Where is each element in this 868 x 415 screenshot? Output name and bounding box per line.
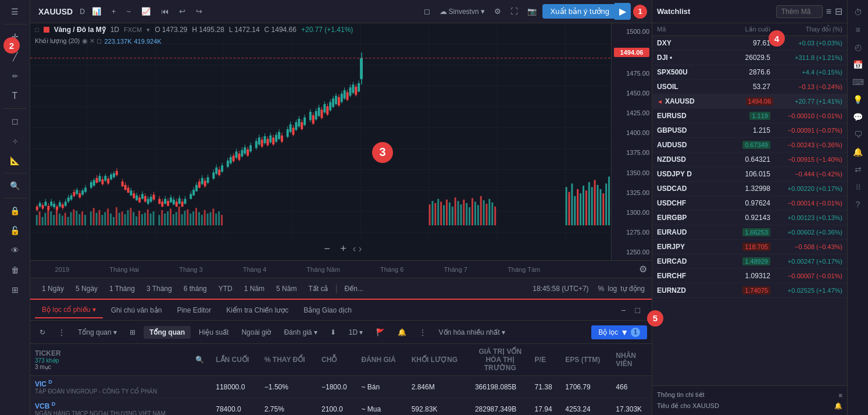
- rp-idea-icon[interactable]: 💡: [850, 92, 866, 107]
- tab-strategy[interactable]: Kiểm tra Chiến lược: [219, 303, 295, 318]
- col-ticker[interactable]: TICKER 373 khớp 3 mục: [30, 344, 191, 376]
- minimize-panel-btn[interactable]: −: [617, 304, 629, 316]
- rp-history-icon[interactable]: ◴: [852, 40, 865, 55]
- alert-btn[interactable]: 🔔: [393, 326, 411, 339]
- undo-btn[interactable]: ↩: [176, 5, 189, 18]
- watchlist-item-euraud[interactable]: EURAUD 1.66253 +0.00602 (+0.36%): [652, 225, 847, 240]
- table-row[interactable]: VCB D NGÂN HÀNG TMCP NGOẠI THƯƠNG VIỆT N…: [30, 398, 652, 416]
- performance-tab[interactable]: Hiệu suất: [194, 326, 233, 339]
- watchlist-item-audusd[interactable]: AUDUSD 0.67349 −0.00243 (−0.36%): [652, 138, 847, 152]
- watchlist-item-nzdusd[interactable]: NZDUSD 0.64321 −0.00915 (−1.40%): [652, 152, 847, 167]
- candlestick-chart[interactable]: [30, 23, 611, 260]
- watchlist-grid-btn[interactable]: ⊟: [835, 6, 842, 17]
- compare-btn[interactable]: ~: [123, 5, 134, 18]
- rp-help-icon[interactable]: ?: [853, 197, 863, 212]
- trash-tool[interactable]: 🗑: [5, 261, 26, 279]
- period-6m[interactable]: 6 tháng: [179, 283, 212, 295]
- title-link[interactable]: Tiêu đề cho XAUUSD 🔔: [657, 400, 842, 412]
- watchlist-item-eurjpy[interactable]: EURJPY 118.705 −0.508 (−0.43%): [652, 240, 847, 254]
- period-ytd[interactable]: YTD: [214, 283, 237, 295]
- filter-button[interactable]: Bộ lọc ▼ 1: [591, 325, 647, 339]
- period-all[interactable]: Tất cả: [303, 283, 333, 295]
- col-pct[interactable]: % THAY ĐỔI: [260, 344, 317, 376]
- rp-list-icon[interactable]: ≡: [852, 22, 863, 37]
- nav-left-btn[interactable]: ‹: [353, 243, 356, 255]
- detail-link[interactable]: Thông tin chi tiết ≡: [657, 389, 842, 400]
- rp-keypad-icon[interactable]: ⌨: [849, 75, 867, 90]
- watchlist-item-eurgbp[interactable]: EURGBP 0.92143 +0.00123 (+0.13%): [652, 211, 847, 225]
- grid-btn[interactable]: ⊞: [125, 326, 140, 339]
- export-btn[interactable]: ⬇: [326, 326, 341, 339]
- bar-type-btn[interactable]: 📊: [88, 5, 105, 18]
- brush-tool[interactable]: ✏: [5, 67, 26, 86]
- zoom-out-btn[interactable]: −: [320, 242, 334, 256]
- market-cap-dropdown[interactable]: Vốn hóa nhiều nhất ▾: [434, 326, 510, 339]
- search-icon[interactable]: 🔍: [195, 356, 204, 364]
- tab-trading[interactable]: Bảng Giao dịch: [297, 303, 359, 318]
- col-eps[interactable]: EPS (TTM): [560, 344, 611, 376]
- replay-btn[interactable]: ⏮: [158, 5, 172, 18]
- rectangle-btn[interactable]: ◻: [420, 5, 434, 18]
- screenshot-btn[interactable]: 📷: [524, 5, 540, 18]
- watchlist-item-dji[interactable]: DJI • 26029.5 +311.8 (+1.21%): [652, 51, 847, 65]
- add-indicator-btn[interactable]: +: [108, 5, 120, 18]
- watchlist-item-xauusd[interactable]: ◄ XAUUSD 1494.06 +20.77 (+1.41%): [652, 94, 847, 109]
- unlock-tool[interactable]: 🔓: [5, 221, 26, 240]
- measure-tool[interactable]: 📐: [5, 151, 26, 170]
- watchlist-item-eurnzd[interactable]: EURNZD 1.74075 +0.02525 (+1.47%): [652, 283, 847, 298]
- period-3m[interactable]: 3 Tháng: [142, 283, 177, 295]
- rp-calendar-icon[interactable]: 📅: [850, 57, 866, 72]
- rating-tab[interactable]: Đánh giá ▾: [279, 326, 322, 339]
- interval-dropdown[interactable]: 1D ▾: [344, 326, 368, 339]
- more-btn[interactable]: ⋮: [53, 326, 70, 339]
- publish-button[interactable]: Xuất bản ý tưởng: [542, 4, 617, 19]
- nav-right-btn[interactable]: ›: [359, 243, 362, 255]
- watchlist-item-usoil[interactable]: USOIL 53.27 −0.13 (−0.24%): [652, 80, 847, 94]
- table-row[interactable]: VIC D TẬP ĐOÀN VINGROUP - CÔNG TY CỔ PHẦ…: [30, 376, 652, 398]
- col-search[interactable]: 🔍: [191, 344, 212, 376]
- tab-screener[interactable]: Bộ lọc cổ phiếu ▾: [35, 302, 103, 318]
- period-1d[interactable]: 1 Ngày: [37, 283, 69, 295]
- period-to[interactable]: Đến...: [340, 283, 368, 295]
- watchlist-item-spx[interactable]: SPX500U 2876.6 +4.4 (+0.15%): [652, 65, 847, 80]
- crosshair-tool[interactable]: ✛: [5, 27, 26, 46]
- watchlist-item-usdchf[interactable]: USDCHF 0.97624 −0.00014 (−0.01%): [652, 196, 847, 211]
- period-1y[interactable]: 1 Năm: [240, 283, 269, 295]
- zoom-in-btn[interactable]: +: [337, 242, 351, 256]
- tab-pine[interactable]: Pine Editor: [170, 303, 218, 318]
- watchlist-item-eurcad[interactable]: EURCAD 1.48929 +0.00247 (+0.17%): [652, 254, 847, 269]
- rp-clock-icon[interactable]: ⏱: [851, 5, 865, 20]
- overview-active[interactable]: Tổng quan: [144, 326, 191, 339]
- col-last[interactable]: LẦN CUỐI: [211, 344, 260, 376]
- percent-scale[interactable]: %: [598, 285, 605, 293]
- watchlist-item-usdjpy[interactable]: USDJPY D 106.015 −0.444 (−0.42%): [652, 167, 847, 182]
- flag-btn[interactable]: 🚩: [372, 326, 390, 339]
- projection-tool[interactable]: ⊹: [5, 132, 26, 150]
- period-5y[interactable]: 5 Năm: [272, 283, 301, 295]
- play-button[interactable]: ▶: [615, 3, 631, 20]
- chart-main[interactable]: □ Vàng / Đô la Mỹ 1D FXCM ▾ O 1473.29 H …: [30, 23, 652, 260]
- chart-settings-icon[interactable]: ⚙: [639, 264, 647, 275]
- more-tools[interactable]: ⊞: [5, 281, 26, 299]
- tab-notes[interactable]: Ghi chú văn bản: [104, 303, 169, 318]
- watchlist-item-gbpusd[interactable]: GBPUSD 1.215 −0.00091 (−0.07%): [652, 123, 847, 138]
- watchlist-item-usdcad[interactable]: USDCAD 1.32998 +0.00220 (+0.17%): [652, 182, 847, 196]
- overview-dropdown[interactable]: Tổng quan ▾: [73, 326, 122, 339]
- col-mktcap[interactable]: GIÁ TRỊ VỐNHÓA THỊTRƯỜNG: [470, 344, 530, 376]
- eye-tool[interactable]: 👁: [5, 241, 26, 260]
- shape-tool[interactable]: ◻: [5, 112, 26, 130]
- period-1m[interactable]: 1 Tháng: [105, 283, 140, 295]
- after-hours-tab[interactable]: Ngoài giờ: [237, 326, 276, 339]
- watchlist-item-dxy[interactable]: DXY 97.61 +0.03 (+0.03%): [652, 36, 847, 51]
- rp-chat-icon[interactable]: 💬: [850, 109, 866, 125]
- lock-tool[interactable]: 🔒: [5, 201, 26, 220]
- indicators-btn[interactable]: 📈: [138, 5, 154, 18]
- screener-more-btn[interactable]: ⋮: [415, 326, 431, 339]
- fullscreen-btn[interactable]: ⛶: [507, 5, 521, 18]
- rp-dots-icon[interactable]: ⁝⁝: [853, 179, 863, 194]
- col-rating[interactable]: ĐÁNH GIÁ: [356, 344, 406, 376]
- menu-icon[interactable]: ☰: [5, 2, 26, 21]
- refresh-btn[interactable]: ↻: [35, 326, 50, 339]
- col-cho[interactable]: CHỖ: [317, 344, 356, 376]
- symbol-display[interactable]: XAUUSD: [35, 5, 76, 19]
